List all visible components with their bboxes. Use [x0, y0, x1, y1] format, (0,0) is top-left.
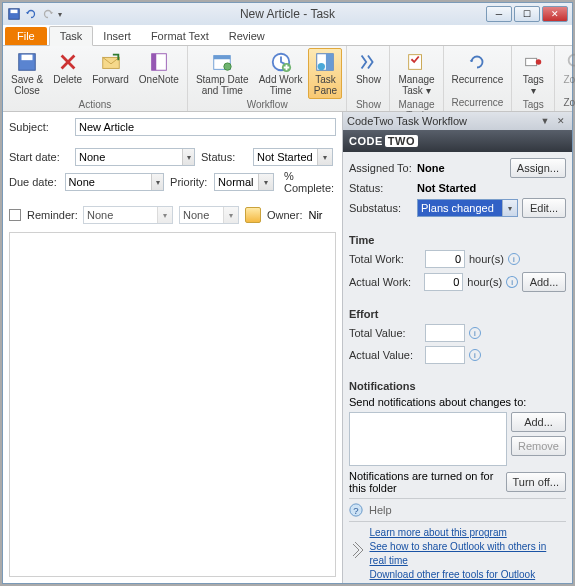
time-heading: Time	[349, 234, 566, 246]
pane-title-text: CodeTwo Task Workflow	[347, 115, 467, 127]
info-icon[interactable]: i	[506, 276, 518, 288]
svg-rect-3	[22, 55, 33, 61]
close-button[interactable]: ✕	[542, 6, 568, 22]
sound-icon[interactable]	[245, 207, 261, 223]
info-icon[interactable]: i	[508, 253, 520, 265]
undo-icon[interactable]	[24, 7, 38, 21]
save-close-button[interactable]: Save & Close	[7, 48, 47, 99]
chevron-down-icon[interactable]: ▾	[317, 149, 332, 165]
ribbon-group-workflow: Stamp Date and Time Add Work Time Task P…	[188, 46, 348, 111]
notif-add-button[interactable]: Add...	[511, 412, 566, 432]
reminder-date-combo[interactable]: None▾	[83, 206, 173, 224]
group-label-show: Show	[351, 99, 385, 110]
subject-label: Subject:	[9, 121, 69, 133]
due-date-label: Due date:	[9, 176, 59, 188]
tab-task[interactable]: Task	[49, 26, 94, 46]
pane-close-icon[interactable]: ✕	[554, 114, 568, 128]
redo-icon[interactable]	[41, 7, 55, 21]
codetwo-logo: CODETWO	[343, 130, 572, 152]
stamp-date-button[interactable]: Stamp Date and Time	[192, 48, 253, 99]
group-label-workflow: Workflow	[192, 99, 343, 110]
zoom-button[interactable]: Zoom	[559, 48, 575, 88]
task-window: ▾ New Article - Task ─ ☐ ✕ File Task Ins…	[2, 2, 573, 584]
chevron-down-icon[interactable]: ▾	[182, 149, 194, 165]
assign-button[interactable]: Assign...	[510, 158, 566, 178]
pct-complete-label: % Complete:	[284, 170, 336, 194]
edit-button[interactable]: Edit...	[522, 198, 566, 218]
forward-button[interactable]: Forward	[88, 48, 133, 88]
svg-text:?: ?	[353, 505, 358, 516]
start-date-label: Start date:	[9, 151, 69, 163]
recurrence-button[interactable]: Recurrence	[448, 48, 508, 88]
link-share-outlook[interactable]: See how to share Outlook with others in …	[370, 540, 565, 568]
link-download-tools[interactable]: Download other free tools for Outlook	[370, 568, 565, 582]
help-row[interactable]: ? Help	[349, 498, 566, 522]
svg-point-17	[536, 59, 542, 65]
pane-dropdown-icon[interactable]: ▼	[538, 114, 552, 128]
subject-field[interactable]: New Article	[75, 118, 336, 136]
group-label-actions: Actions	[7, 99, 183, 110]
turn-off-button[interactable]: Turn off...	[506, 472, 566, 492]
due-date-combo[interactable]: None▾	[65, 173, 165, 191]
ribbon-tabs: File Task Insert Format Text Review	[3, 25, 572, 46]
total-work-input[interactable]: 0	[425, 250, 465, 268]
svg-rect-13	[326, 54, 333, 71]
tab-review[interactable]: Review	[219, 27, 275, 45]
ribbon-group-recurrence: RecurrenceRecurrence	[444, 46, 513, 111]
assigned-to-value: None	[417, 162, 506, 174]
reminder-time-combo[interactable]: None▾	[179, 206, 239, 224]
notifications-status: Notifications are turned on for this fol…	[349, 470, 502, 494]
save-icon[interactable]	[7, 7, 21, 21]
tab-file[interactable]: File	[5, 27, 47, 45]
titlebar: ▾ New Article - Task ─ ☐ ✕	[3, 3, 572, 25]
effort-heading: Effort	[349, 308, 566, 320]
actual-value-label: Actual Value:	[349, 349, 421, 361]
svg-rect-1	[11, 10, 18, 14]
group-label-recurrence: Recurrence	[448, 97, 508, 109]
chevron-down-icon[interactable]: ▾	[258, 174, 273, 190]
group-label-zoom: Zoom	[559, 97, 575, 109]
task-pane-button[interactable]: Task Pane	[308, 48, 342, 99]
manage-task-button[interactable]: Manage Task ▾	[394, 48, 438, 99]
hours-unit: hour(s)	[469, 253, 504, 265]
chevron-down-icon[interactable]: ▾	[223, 207, 238, 223]
substatus-combo[interactable]: Plans changed▾	[417, 199, 518, 217]
link-learn-more[interactable]: Learn more about this program	[370, 526, 565, 540]
add-work-time-button[interactable]: Add Work Time	[255, 48, 307, 99]
notif-remove-button[interactable]: Remove	[511, 436, 566, 456]
pane-status-label: Status:	[349, 182, 413, 194]
show-button[interactable]: Show	[351, 48, 385, 99]
actual-value-input[interactable]	[425, 346, 465, 364]
group-label-tags: Tags	[516, 99, 550, 110]
help-icon: ?	[349, 503, 363, 517]
tags-button[interactable]: Tags ▾	[516, 48, 550, 99]
tab-insert[interactable]: Insert	[93, 27, 141, 45]
info-icon[interactable]: i	[469, 349, 481, 361]
actual-work-input[interactable]: 0	[424, 273, 463, 291]
chevron-down-icon[interactable]: ▾	[151, 174, 163, 190]
actual-work-label: Actual Work:	[349, 276, 420, 288]
notifications-text: Send notifications about changes to:	[349, 396, 566, 408]
status-label: Status:	[201, 151, 247, 163]
onenote-button[interactable]: OneNote	[135, 48, 183, 88]
qat-dropdown-icon[interactable]: ▾	[58, 10, 62, 19]
maximize-button[interactable]: ☐	[514, 6, 540, 22]
help-label: Help	[369, 504, 392, 516]
delete-button[interactable]: Delete	[49, 48, 86, 88]
total-value-input[interactable]	[425, 324, 465, 342]
svg-rect-6	[152, 54, 157, 71]
minimize-button[interactable]: ─	[486, 6, 512, 22]
pane-titlebar: CodeTwo Task Workflow ▼ ✕	[343, 112, 572, 130]
chevron-down-icon[interactable]: ▾	[502, 200, 517, 216]
chevron-down-icon[interactable]: ▾	[157, 207, 172, 223]
window-title: New Article - Task	[240, 7, 335, 21]
notifications-list[interactable]	[349, 412, 507, 466]
info-icon[interactable]: i	[469, 327, 481, 339]
priority-combo[interactable]: Normal▾	[214, 173, 274, 191]
add-button[interactable]: Add...	[522, 272, 566, 292]
status-combo[interactable]: Not Started▾	[253, 148, 333, 166]
start-date-combo[interactable]: None▾	[75, 148, 195, 166]
reminder-checkbox[interactable]	[9, 209, 21, 221]
tab-format-text[interactable]: Format Text	[141, 27, 219, 45]
task-body-textarea[interactable]	[9, 232, 336, 577]
